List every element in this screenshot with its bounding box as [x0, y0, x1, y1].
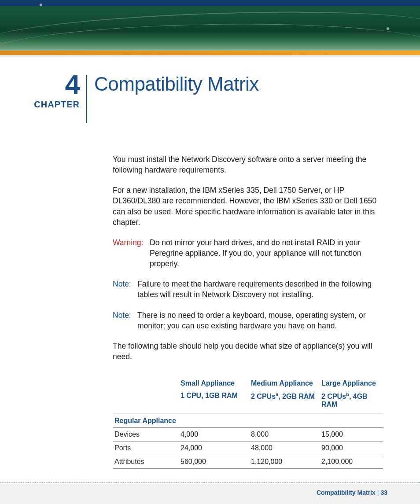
row-label: Attributes	[113, 455, 179, 469]
chapter-number: 4	[0, 72, 80, 97]
footer-page: 33	[380, 489, 387, 496]
chapter-label: CHAPTER	[0, 99, 80, 110]
warning-callout: Warning: Do not mirror your hard drives,…	[113, 237, 383, 269]
warning-text: Do not mirror your hard drives, and do n…	[150, 237, 383, 269]
cell-medium: 8,000	[249, 428, 320, 441]
banner-stripe-blue	[0, 0, 420, 6]
table-row: Devices 4,000 8,000 15,000	[113, 428, 383, 441]
table-section-label: Regular Appliance	[113, 413, 383, 428]
intro-paragraph: For a new installation, the IBM xSeries …	[113, 185, 383, 228]
table-row: Ports 24,000 48,000 90,000	[113, 441, 383, 455]
table-header-row: 1 CPU, 1GB RAM 2 CPUsa, 2GB RAM 2 CPUsb,…	[113, 390, 383, 413]
intro-paragraph: The following table should help you deci…	[113, 341, 383, 362]
table-header-row: Small Appliance Medium Appliance Large A…	[113, 377, 383, 390]
cell-small: 4,000	[179, 428, 249, 441]
warning-label: Warning:	[113, 237, 143, 248]
header-banner	[0, 0, 420, 57]
chapter-title: Compatibility Matrix	[94, 73, 259, 95]
cell-large: 90,000	[320, 441, 383, 455]
banner-dot-icon	[40, 4, 42, 6]
banner-stripe-orange	[0, 51, 420, 55]
note-label: Note:	[113, 310, 131, 320]
chapter-divider	[86, 75, 87, 123]
col-medium-title: Medium Appliance	[249, 377, 320, 390]
table-row: Attributes 560,000 1,120,000 2,100,000	[113, 455, 383, 469]
footer: Compatibility Matrix|33	[0, 484, 420, 504]
cell-medium: 1,120,000	[249, 455, 320, 469]
col-large-spec: 2 CPUsb, 4GB RAM	[320, 390, 383, 413]
intro-paragraph: You must install the Network Discovery s…	[113, 154, 383, 175]
banner-dot-icon	[387, 27, 389, 30]
col-small-title: Small Appliance	[179, 377, 249, 390]
note-text: There is no need to order a keyboard, mo…	[137, 310, 383, 331]
row-label: Ports	[113, 441, 179, 455]
cell-small: 560,000	[179, 455, 249, 469]
footer-text: Compatibility Matrix|33	[317, 489, 387, 496]
table-section-row: Regular Appliance	[113, 413, 383, 428]
note-callout: Note: Failure to meet the hardware requi…	[113, 279, 383, 300]
col-small-spec: 1 CPU, 1GB RAM	[179, 390, 249, 413]
cell-medium: 48,000	[249, 441, 320, 455]
note-callout: Note: There is no need to order a keyboa…	[113, 310, 383, 331]
col-medium-spec: 2 CPUsa, 2GB RAM	[249, 390, 320, 413]
cell-large: 15,000	[320, 428, 383, 441]
note-label: Note:	[113, 279, 131, 289]
footer-title: Compatibility Matrix	[317, 489, 376, 496]
body-content: You must install the Network Discovery s…	[113, 154, 383, 372]
row-label: Devices	[113, 428, 179, 441]
note-text: Failure to meet the hardware requirement…	[137, 279, 383, 300]
footer-divider	[0, 482, 420, 483]
appliance-table: Small Appliance Medium Appliance Large A…	[113, 377, 383, 469]
cell-small: 24,000	[179, 441, 249, 455]
col-large-title: Large Appliance	[320, 377, 383, 390]
cell-large: 2,100,000	[320, 455, 383, 469]
